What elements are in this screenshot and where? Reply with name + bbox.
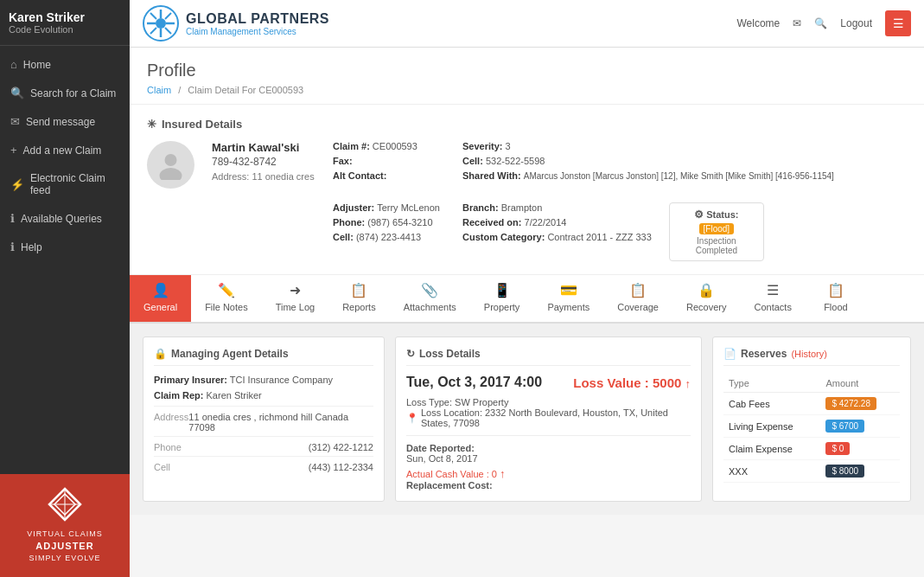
tab-file-notes[interactable]: ✏️ File Notes: [191, 275, 262, 322]
general-tab-icon: 👤: [152, 282, 169, 298]
phone-row: Phone (312) 422-1212: [154, 436, 373, 452]
sidebar-footer: VIRTUAL CLAIMS ADJUSTER simply evolve: [0, 474, 130, 577]
svg-point-15: [160, 168, 182, 180]
date-reported-label: Date Reported:: [406, 443, 691, 453]
sidebar-footer-text: VIRTUAL CLAIMS ADJUSTER simply evolve: [9, 529, 121, 564]
tab-property[interactable]: 📱 Property: [470, 275, 534, 322]
tab-time-log[interactable]: ➜ Time Log: [262, 275, 328, 322]
tab-filenotes-label: File Notes: [205, 302, 248, 312]
sidebar-item-add-claim[interactable]: + Add a new Claim: [0, 136, 130, 164]
insured-address: Address: 11 onedia cres: [212, 171, 315, 182]
sidebar-item-home[interactable]: ⌂ Home: [0, 50, 130, 79]
breadcrumb-detail: Claim Detail For CE000593: [188, 85, 303, 95]
loss-value: Loss Value : 5000 ↑: [573, 375, 691, 390]
table-row: Cab Fees$ 4272.28: [723, 393, 900, 415]
mail-icon: ✉: [10, 115, 20, 128]
loss-icon: ↻: [406, 348, 415, 360]
svg-point-5: [156, 18, 166, 29]
adjuster-row: Adjuster: Terry McLenon: [333, 202, 445, 213]
coverage-tab-icon: 📋: [629, 282, 647, 298]
reserve-type: Cab Fees: [723, 393, 820, 415]
loss-details-panel: ↻ Loss Details Tue, Oct 3, 2017 4:00 Los…: [395, 337, 702, 502]
reserves-panel: 📄 Reserves (History) Type Amount Cab Fee…: [712, 337, 911, 502]
tab-reports[interactable]: 📋 Reports: [328, 275, 390, 322]
mail-btn[interactable]: ✉: [793, 17, 801, 29]
status-completed: Completed: [679, 246, 755, 255]
breadcrumb-claim[interactable]: Claim: [147, 85, 171, 95]
logout-btn[interactable]: Logout: [840, 17, 872, 29]
sidebar-item-send-message[interactable]: ✉ Send message: [0, 107, 130, 136]
tab-flood[interactable]: 📋 Flood: [806, 275, 866, 322]
history-link[interactable]: (History): [791, 349, 827, 359]
menu-btn[interactable]: ☰: [885, 10, 911, 36]
sidebar-item-electronic-feed[interactable]: ⚡ Electronic Claim feed: [0, 164, 130, 204]
sidebar-item-send-message-label: Send message: [26, 116, 95, 128]
tab-property-label: Property: [484, 302, 520, 312]
sidebar-header: Karen Striker Code Evolution: [0, 0, 130, 46]
panels-row: 🔒 Managing Agent Details Primary Insurer…: [130, 324, 924, 515]
tab-payments[interactable]: 💳 Payments: [533, 275, 603, 322]
tab-payments-label: Payments: [547, 302, 589, 312]
acv-row: Actual Cash Value : 0 ↑: [406, 467, 691, 480]
reserves-table: Type Amount Cab Fees$ 4272.28Living Expe…: [723, 375, 900, 483]
field-col-4: Branch: Brampton Received on: 7/22/2014 …: [462, 202, 652, 261]
field-col-1: Claim #: CE000593 Fax: Alt Contact:: [333, 141, 445, 185]
search-icon: 🔍: [10, 87, 24, 99]
lightning-icon: ⚡: [10, 178, 24, 191]
contacts-tab-icon: ☰: [767, 282, 779, 298]
sidebar-item-help[interactable]: ℹ Help: [0, 233, 130, 261]
tab-general-label: General: [143, 302, 177, 312]
asterisk-icon: ✳: [147, 118, 156, 131]
reserve-amount: $ 6700: [820, 415, 900, 438]
home-icon: ⌂: [10, 58, 17, 71]
loss-type: Loss Type: SW Property: [406, 397, 691, 407]
sidebar-user-name: Karen Striker: [9, 10, 121, 24]
severity-row: Severity: 3: [462, 141, 834, 151]
tab-attachments[interactable]: 📎 Attachments: [390, 275, 470, 322]
reserve-type: XXX: [723, 460, 820, 483]
sidebar-nav: ⌂ Home 🔍 Search for a Claim ✉ Send messa…: [0, 46, 130, 474]
svg-line-12: [165, 13, 171, 19]
managing-agent-title: 🔒 Managing Agent Details: [154, 348, 373, 366]
info-icon: ℹ: [10, 212, 15, 225]
loss-details-title: ↻ Loss Details: [406, 348, 691, 366]
sidebar-item-queries[interactable]: ℹ Available Queries: [0, 204, 130, 233]
pin-icon: 📍: [406, 413, 418, 424]
plus-icon: +: [10, 144, 17, 157]
reserve-type: Claim Expense: [723, 438, 820, 460]
logo-icon: [143, 5, 179, 42]
col-amount[interactable]: Amount: [820, 375, 900, 393]
vca-logo-icon: [48, 487, 82, 522]
col-type[interactable]: Type: [723, 375, 820, 393]
logo-text: Global Partners Claim Management Service…: [186, 11, 329, 36]
search-btn[interactable]: 🔍: [814, 17, 827, 29]
tab-recovery[interactable]: 🔒 Recovery: [672, 275, 740, 322]
reserve-amount: $ 0: [820, 438, 900, 460]
branch-row: Branch: Brampton: [462, 202, 652, 213]
insured-phone: 789-432-8742: [212, 156, 315, 168]
insured-fields: Claim #: CE000593 Fax: Alt Contact:: [333, 141, 907, 261]
payments-tab-icon: 💳: [560, 282, 577, 298]
timelog-tab-icon: ➜: [290, 282, 301, 298]
sidebar-item-search[interactable]: 🔍 Search for a Claim: [0, 79, 130, 107]
tab-flood-label: Flood: [824, 302, 848, 312]
reports-tab-icon: 📋: [350, 282, 367, 298]
logo-area: Global Partners Claim Management Service…: [143, 5, 729, 42]
svg-line-13: [150, 28, 156, 34]
tab-recovery-label: Recovery: [686, 302, 726, 312]
insured-info: Martin Kawal'ski 789-432-8742 Address: 1…: [212, 141, 315, 182]
attachments-tab-icon: 📎: [421, 282, 438, 298]
tab-contacts[interactable]: ☰ Contacts: [740, 275, 805, 322]
cell-row: Cell (443) 112-2334: [154, 456, 373, 472]
breadcrumb: Claim / Claim Detail For CE000593: [147, 85, 907, 95]
filenotes-tab-icon: ✏️: [218, 282, 235, 298]
logo-sub-text: Claim Management Services: [186, 27, 329, 36]
date-reported-val: Sun, Oct 8, 2017: [406, 453, 691, 464]
reserve-amount: $ 8000: [820, 460, 900, 483]
tab-general[interactable]: 👤 General: [130, 275, 191, 322]
tab-reports-label: Reports: [342, 302, 376, 312]
flood-tab-icon: 📋: [827, 282, 844, 298]
tab-coverage[interactable]: 📋 Coverage: [603, 275, 672, 322]
logo-main-text: Global Partners: [186, 11, 329, 27]
replacement-cost-label: Replacement Cost:: [406, 480, 691, 490]
